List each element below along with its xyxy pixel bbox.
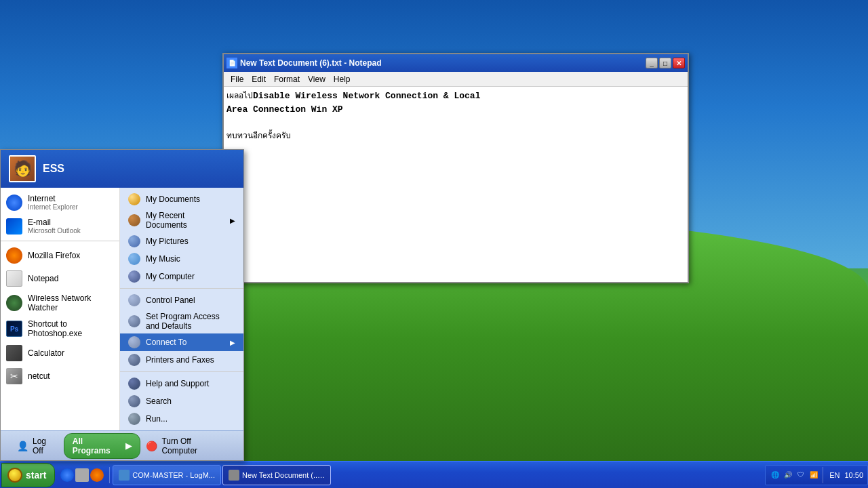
quicklaunch-firefox-icon[interactable] (90, 468, 104, 482)
set-programs-label: Set Program Access and Defaults (146, 312, 235, 331)
start-button[interactable]: start (1, 463, 55, 487)
ie-icon (6, 195, 22, 211)
menu-printers[interactable]: Printers and Faxes (120, 351, 243, 369)
help-menu[interactable]: Help (330, 73, 355, 85)
file-menu[interactable]: File (226, 73, 248, 85)
help-label: Help and Support (146, 379, 209, 388)
format-menu[interactable]: Format (270, 73, 304, 85)
menu-my-music[interactable]: My Music (120, 250, 243, 268)
notepad-icon (6, 270, 22, 287)
calculator-label: Calculator (28, 348, 114, 358)
taskbar: start COM-MASTER - LogM... New Text Docu… (0, 461, 868, 488)
printers-label: Printers and Faxes (146, 355, 214, 365)
my-computer-label: My Computer (146, 272, 195, 281)
taskbar-notepad[interactable]: New Text Document (..… (222, 465, 331, 485)
tray-antivirus-icon[interactable]: 🛡 (795, 470, 806, 481)
my-documents-label: My Documents (146, 195, 200, 204)
turn-off-icon: 🔴 (146, 441, 157, 451)
menu-my-pictures[interactable]: My Pictures (120, 232, 243, 250)
menu-connect-to[interactable]: Connect To ▶ (120, 333, 243, 351)
start-orb-icon (7, 468, 22, 483)
maximize-button[interactable]: □ (659, 58, 671, 68)
turn-off-label: Turn Off Computer (161, 436, 227, 455)
menu-set-programs[interactable]: Set Program Access and Defaults (120, 309, 243, 333)
tray-divider (823, 467, 823, 483)
left-divider1 (1, 241, 119, 241)
user-name: ESS (43, 163, 64, 175)
minimize-button[interactable]: _ (646, 58, 658, 68)
connect-arrow-icon: ▶ (230, 339, 235, 346)
email-label: E-mail Microsoft Outlook (28, 218, 114, 235)
menu-calculator[interactable]: Calculator (1, 342, 119, 365)
run-icon (128, 413, 140, 425)
notepad-label: Notepad (28, 274, 114, 283)
menu-photoshop[interactable]: Ps Shortcut to Photoshop.exe (1, 316, 119, 342)
tray-network-icon[interactable]: 🌐 (770, 470, 781, 481)
right-divider1 (120, 288, 243, 289)
menu-email[interactable]: E-mail Microsoft Outlook (1, 214, 119, 238)
help-icon (128, 378, 140, 390)
log-off-button[interactable]: 👤 Log Off (12, 434, 64, 458)
menu-firefox[interactable]: Mozilla Firefox (1, 244, 119, 267)
start-menu: 🧑 ESS Internet Internet Explorer E-mai (0, 149, 244, 461)
firefox-icon (6, 247, 22, 264)
system-clock: 10:50 (844, 471, 863, 479)
menu-notepad[interactable]: Notepad (1, 267, 119, 290)
notepad-window: 📄 New Text Document (6).txt - Notepad _ … (222, 53, 689, 283)
notepad-line4: ทบทวนอีกครั้งครับ (226, 129, 685, 142)
menu-search[interactable]: Search (120, 392, 243, 410)
recent-icon (128, 214, 140, 226)
menu-run[interactable]: Run... (120, 410, 243, 428)
pics-icon (128, 235, 140, 247)
my-pictures-label: My Pictures (146, 237, 189, 246)
notepad-title-icon: 📄 (226, 58, 237, 68)
notepad-menubar: File Edit Format View Help (224, 72, 688, 87)
photoshop-label: Shortcut to Photoshop.exe (28, 319, 114, 338)
menu-recent-docs[interactable]: My Recent Documents ▶ (120, 208, 243, 232)
notepad-line1: เผลอไปDisable Wireless Network Connectio… (226, 89, 685, 103)
user-avatar: 🧑 (9, 155, 36, 182)
menu-netcut[interactable]: ✂ netcut (1, 365, 119, 388)
right-divider2 (120, 371, 243, 372)
ie-sublabel: Internet Explorer (28, 203, 114, 211)
logmaster-icon (119, 470, 130, 481)
menu-internet[interactable]: Internet Internet Explorer (1, 190, 119, 214)
all-programs-button[interactable]: All Programs ▶ (64, 433, 141, 459)
menu-my-documents[interactable]: My Documents (120, 190, 243, 208)
recent-docs-label: My Recent Documents (146, 211, 224, 230)
notepad-task-label: New Text Document (..… (242, 471, 325, 479)
ie-label: Internet Internet Explorer (28, 194, 114, 211)
notepad-window-controls: _ □ ✕ (646, 58, 685, 68)
log-off-icon: 👤 (17, 441, 28, 451)
edit-menu[interactable]: Edit (248, 73, 270, 85)
my-music-label: My Music (146, 254, 180, 264)
wireless-label: Wireless Network Watcher (28, 293, 114, 312)
turn-off-button[interactable]: 🔴 Turn Off Computer (140, 434, 233, 458)
start-menu-left: Internet Internet Explorer E-mail Micros… (1, 188, 120, 430)
all-programs-arrow-icon: ▶ (125, 441, 132, 451)
log-off-label: Log Off (33, 436, 58, 455)
menu-control-panel[interactable]: Control Panel (120, 291, 243, 309)
photoshop-icon: Ps (6, 321, 22, 337)
connect-to-label: Connect To (146, 338, 187, 347)
menu-wireless-watcher[interactable]: Wireless Network Watcher (1, 290, 119, 316)
quicklaunch-ie-icon[interactable] (60, 468, 74, 482)
all-programs-label: All Programs (73, 436, 122, 455)
printers-icon (128, 354, 140, 366)
start-menu-header: 🧑 ESS (1, 150, 243, 188)
email-sublabel: Microsoft Outlook (28, 227, 114, 235)
menu-my-computer[interactable]: My Computer (120, 268, 243, 285)
taskbar-divider1 (109, 467, 110, 483)
tray-volume-icon[interactable]: 🔊 (783, 470, 793, 481)
start-menu-right: My Documents My Recent Documents ▶ My Pi… (120, 188, 243, 430)
netcut-icon: ✂ (6, 368, 22, 384)
view-menu[interactable]: View (304, 73, 330, 85)
control-panel-label: Control Panel (146, 296, 195, 305)
close-button[interactable]: ✕ (673, 58, 685, 68)
quicklaunch-media-icon[interactable] (75, 468, 89, 482)
menu-help[interactable]: Help and Support (120, 375, 243, 392)
logmaster-label: COM-MASTER - LogM... (132, 471, 215, 479)
tray-wifi-icon[interactable]: 📶 (808, 470, 819, 481)
taskbar-logmaster[interactable]: COM-MASTER - LogM... (113, 465, 221, 485)
notepad-content[interactable]: เผลอไปDisable Wireless Network Connectio… (224, 87, 688, 282)
